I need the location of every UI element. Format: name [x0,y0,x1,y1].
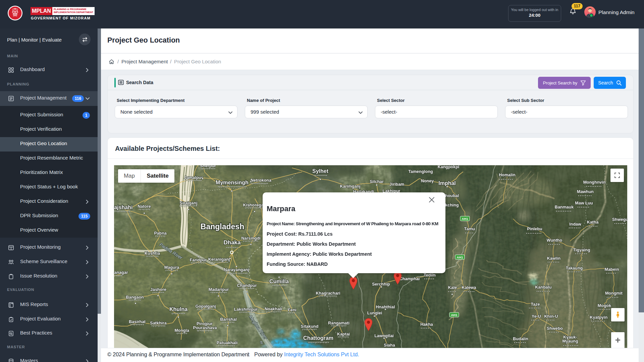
svg-text:Champhai: Champhai [399,277,420,281]
svg-text:Homalin: Homalin [499,173,515,177]
svg-text:Keraniganj: Keraniganj [208,257,230,262]
svg-text:Noakhali: Noakhali [265,307,282,311]
svg-text:Budalin: Budalin [513,337,528,341]
svg-text:Tigyaing: Tigyaing [573,248,590,252]
svg-text:Jamalpur: Jamalpur [184,175,203,180]
svg-text:Basirhat: Basirhat [129,319,146,324]
svg-text:Kalewa: Kalewa [462,285,476,290]
svg-text:Lakshmipur: Lakshmipur [234,307,258,312]
svg-text:Maw Luu: Maw Luu [575,201,593,205]
svg-text:Indaw: Indaw [569,222,581,227]
svg-text:Kaptai: Kaptai [337,332,350,337]
svg-text:AH1: AH1 [462,217,468,221]
svg-text:Khagrachari: Khagrachari [316,291,340,296]
svg-text:Serchhip: Serchhip [372,282,390,287]
svg-text:Bangaon: Bangaon [126,295,144,300]
svg-text:Faridpur: Faridpur [190,258,207,262]
svg-text:Kushtia: Kushtia [145,251,160,256]
svg-text:Rangamati: Rangamati [328,321,350,325]
svg-text:Takaung: Takaung [566,266,583,270]
svg-text:Sirajganj: Sirajganj [180,201,198,205]
svg-text:Hakha: Hakha [420,322,433,327]
svg-text:Noney: Noney [421,179,434,183]
svg-text:Mongmit: Mongmit [605,291,623,296]
svg-text:Khulna: Khulna [169,306,187,312]
svg-text:Magura: Magura [164,265,180,270]
svg-text:Kale: Kale [448,285,457,290]
svg-text:Taze: Taze [531,302,540,307]
svg-text:Karimganj: Karimganj [340,184,360,189]
svg-text:Gopalganj: Gopalganj [195,304,216,309]
svg-text:Shwebo: Shwebo [547,326,563,331]
svg-text:Tamenglong: Tamenglong [408,169,433,174]
svg-text:anagar: anagar [114,270,128,275]
svg-text:Wuntho: Wuntho [547,238,562,243]
svg-text:Pabna: Pabna [154,231,167,236]
svg-text:Narayanganj: Narayanganj [224,267,249,272]
svg-text:Chattogram: Chattogram [303,335,333,341]
svg-text:Lunglei: Lunglei [367,311,382,315]
svg-text:Ye-U: Ye-U [532,314,541,319]
svg-text:Mymensingh: Mymensingh [216,180,249,185]
svg-text:Shwegu: Shwegu [612,217,627,222]
svg-text:Madaripur: Madaripur [209,287,229,292]
svg-text:Bangladesh: Bangladesh [201,222,244,231]
svg-text:Cumilla: Cumilla [269,279,289,284]
svg-text:Tedim: Tedim [424,273,436,278]
svg-text:Silchar: Silchar [370,179,384,184]
svg-text:Netrokona: Netrokona [251,178,272,183]
svg-text:Siaha: Siaha [384,343,395,348]
svg-text:Myaung: Myaung [562,339,578,344]
svg-text:Natore: Natore [138,204,151,209]
svg-text:Dhaka: Dhaka [223,239,241,246]
svg-text:Banmauk: Banmauk [555,205,574,209]
svg-text:Sylhet: Sylhet [312,168,329,174]
svg-text:Mawhun: Mawhun [577,189,594,194]
svg-text:Kishorega: Kishorega [243,203,264,207]
svg-text:Jashore: Jashore [150,287,166,292]
svg-text:Mongla: Mongla [174,328,190,333]
svg-text:Monghnvin: Monghnvin [583,180,606,185]
svg-text:Jiribam: Jiribam [389,182,404,187]
svg-text:Kyatpyin: Kyatpyin [590,315,608,320]
svg-text:Imphal: Imphal [438,180,456,186]
svg-text:Kanbalu: Kanbalu [535,285,551,290]
svg-text:Tamu: Tamu [464,227,475,231]
svg-text:Sitakund: Sitakund [301,324,319,329]
svg-text:AH1: AH1 [457,255,463,259]
svg-text:Satkhira: Satkhira [150,321,167,325]
svg-text:Barishal: Barishal [220,317,236,322]
svg-text:Chandpur: Chandpur [237,283,257,288]
svg-text:Narsingdi: Narsingdi [241,236,261,241]
svg-text:Pourashava: Pourashava [193,325,217,330]
svg-text:Katha: Katha [587,220,599,225]
svg-text:Feni: Feni [288,308,297,312]
svg-text:Khin-U: Khin-U [544,314,558,319]
svg-text:Mogok: Mogok [598,303,611,308]
svg-text:Rajshahi: Rajshahi [114,204,132,210]
svg-text:Kawlin: Kawlin [547,256,560,261]
svg-text:Kangpokpi: Kangpokpi [438,165,460,169]
svg-text:Patuakhali: Patuakhali [217,341,238,345]
svg-text:Sherpur: Sherpur [200,165,216,168]
svg-text:AH1: AH1 [451,313,458,317]
svg-text:Mabein: Mabein [604,267,619,272]
svg-text:Pinlebu: Pinlebu [527,227,542,231]
